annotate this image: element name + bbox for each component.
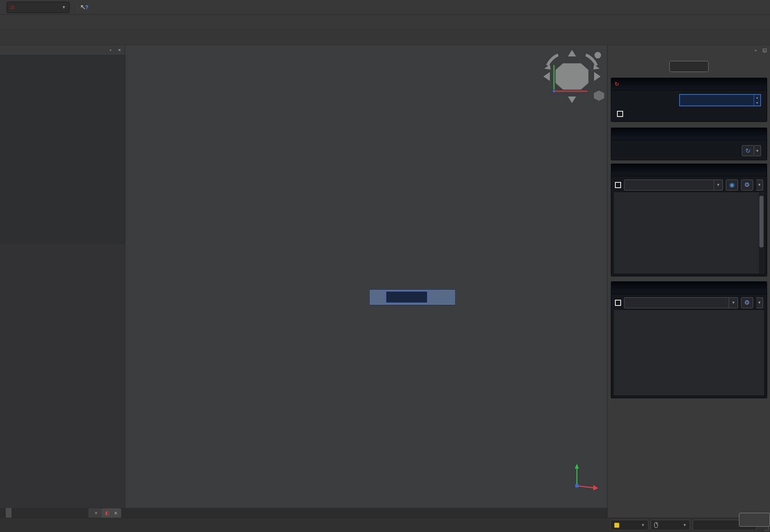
chevron-down-icon: ▼ [714,180,723,190]
freecad-window: □○ ▼ ↖? ▫ × [0,0,770,532]
close-task-button[interactable] [669,61,709,72]
nav-dot-icon[interactable] [594,52,601,58]
tab-data[interactable] [6,508,11,518]
elements-settings-icon[interactable]: ⚙ [741,297,753,308]
toolbar-view [0,15,770,30]
sketch-canvas[interactable] [125,45,607,508]
collapse-icon[interactable] [756,80,764,88]
float-panel-button[interactable]: ▫ [107,46,114,54]
close-tab-icon[interactable]: × [114,510,117,516]
resize-grip[interactable] [765,527,769,531]
tab-view[interactable] [0,508,6,518]
workbench-selector[interactable]: □○ ▼ [7,2,70,13]
bottom-tab-strip: × ◧ × [0,508,607,518]
elements-section-header[interactable] [611,282,767,294]
elements-filter-dropdown[interactable]: ▼ [624,297,738,308]
solver-refresh-icon[interactable]: ↻ [742,145,754,156]
chevron-down-icon: ▼ [62,5,66,9]
axis-indicator [570,460,602,493]
elements-list [613,310,765,396]
nav-arrow-left[interactable] [543,72,550,81]
nav-arrow-right[interactable] [594,72,601,81]
nav-arrow-down[interactable] [568,97,576,103]
constraints-filter-checkbox[interactable] [615,182,621,188]
float-panel-button[interactable]: ▫ [752,47,759,54]
rotate-section-header[interactable]: ↻ [611,78,767,90]
elements-filter-checkbox[interactable] [615,300,621,306]
sketcher-workbench-icon: □○ [10,4,13,10]
constraints-list [613,192,765,274]
whats-this-button[interactable]: ↖? [79,2,90,13]
show-constraints-eye-icon[interactable]: ◉ [726,180,738,191]
angle-value-field[interactable] [386,291,428,303]
scrollbar-thumb[interactable] [759,196,763,247]
rotate-ccw-icon[interactable] [547,55,558,65]
close-panel-icon[interactable]: × [116,46,123,54]
collapse-icon[interactable] [756,166,764,174]
mdi-tab-start[interactable]: × [88,508,101,518]
navigation-style-button[interactable]: ▼ [651,520,690,530]
chevron-down-icon[interactable]: ▼ [756,297,763,308]
toolbar-sketcher [0,30,770,45]
status-bar: ▼ ▼ [0,518,770,532]
mouse-icon [654,522,658,528]
collapse-icon[interactable] [756,130,764,138]
model-panel-header: ▫ × [0,45,125,55]
document-icon: ◧ [105,510,109,516]
nav-cube-face[interactable] [556,63,588,90]
layer-color-swatch [614,523,619,528]
freecad-tooltip [739,513,770,527]
chevron-down-icon[interactable]: ▼ [756,180,763,191]
collapse-icon[interactable] [756,284,764,292]
solver-section-header[interactable] [611,128,767,140]
constraints-section: ▼ ◉ ⚙ ▼ [611,164,767,276]
equal-constraints-checkbox[interactable] [617,111,623,117]
task-panel-header: ▫ ◱ [608,45,770,55]
constraints-settings-icon[interactable]: ⚙ [741,180,753,191]
chevron-down-icon: ▼ [683,523,687,527]
spin-down-icon[interactable]: ▼ [754,100,760,106]
elements-section: ▼ ⚙ ▼ [611,281,767,398]
layer-button[interactable]: ▼ [610,520,648,530]
model-panel: ▫ × [0,45,125,508]
rotate-parameters-section: ↻ ▲ ▼ [611,78,767,122]
spin-up-icon[interactable]: ▲ [754,95,760,100]
constraints-section-header[interactable] [611,164,767,176]
3d-viewport[interactable] [125,45,607,508]
constraints-filter-dropdown[interactable]: ▼ [624,180,723,191]
solver-section: ↻ ▼ [611,128,767,160]
mini-cube-icon[interactable] [594,91,604,101]
scrollbar[interactable] [759,193,764,273]
toolbar-file: □○ ▼ ↖? [0,0,770,15]
chevron-down-icon: ▼ [641,523,645,527]
chevron-down-icon: ▼ [729,298,738,308]
model-tree [0,55,125,243]
mdi-tab-document[interactable]: ◧ × [101,508,121,518]
navigation-cube[interactable] [539,47,605,108]
task-panel: ▫ ◱ ↻ ▲ ▼ [607,45,770,518]
chevron-down-icon[interactable]: ▼ [754,145,761,156]
close-tab-icon[interactable]: × [95,510,98,516]
toolbar-separator [75,3,76,12]
copies-spinbox[interactable]: ▲ ▼ [679,94,761,106]
rotate-icon: ↻ [615,81,619,87]
restore-panel-icon[interactable]: ◱ [761,47,768,54]
nav-arrow-up[interactable] [568,50,576,56]
